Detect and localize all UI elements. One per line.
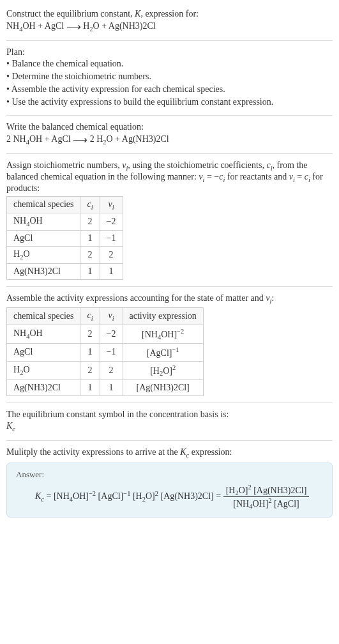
plan-item-text: Use the activity expressions to build th… — [11, 97, 273, 107]
prompt-text: Construct the equilibrium constant, K, e… — [6, 9, 333, 19]
col-activity: activity expression — [123, 307, 203, 325]
table-row: Ag(NH3)2Cl 1 1 — [7, 263, 123, 279]
cell-species: AgCl — [7, 344, 80, 362]
table-row: NH4OH 2 −2 [NH4OH]−2 — [7, 325, 204, 343]
balanced-equation: 2 NH4OH + AgCl ⟶ 2 H2O + Ag(NH3)2Cl — [6, 132, 333, 147]
plan-item-text: Determine the stoichiometric numbers. — [11, 72, 151, 81]
plan-item: • Assemble the activity expression for e… — [6, 83, 333, 96]
divider — [6, 153, 333, 154]
stoich-table: chemical species ci νi NH4OH 2 −2 AgCl 1… — [6, 196, 123, 280]
cell-species: Ag(NH3)2Cl — [7, 263, 80, 279]
cell-vi: 1 — [100, 263, 123, 279]
stoich-section: Assign stoichiometric numbers, νi, using… — [6, 157, 333, 284]
activity-section: Assemble the activity expressions accoun… — [6, 289, 333, 400]
balanced-section: Write the balanced chemical equation: 2 … — [6, 118, 333, 151]
activity-text: Assemble the activity expressions accoun… — [6, 293, 333, 305]
kc-symbol-section: The equilibrium constant symbol in the c… — [6, 406, 333, 438]
unbalanced-equation: NH4OH + AgCl ⟶ H2O + Ag(NH3)2Cl — [6, 19, 333, 34]
divider — [6, 402, 333, 403]
cell-ci: 2 — [80, 361, 100, 379]
col-ci: ci — [80, 196, 100, 213]
cell-activity: [Ag(NH3)2Cl] — [123, 380, 203, 396]
cell-species: NH4OH — [7, 325, 80, 343]
cell-vi: −1 — [100, 231, 123, 247]
cell-ci: 1 — [80, 263, 100, 279]
table-row: AgCl 1 −1 [AgCl]−1 — [7, 344, 204, 362]
plan-item: • Balance the chemical equation. — [6, 57, 333, 70]
table-row: H2O 2 2 [H2O]2 — [7, 361, 204, 379]
cell-vi: 2 — [100, 247, 123, 264]
col-vi: νi — [100, 307, 123, 325]
divider — [6, 440, 333, 441]
cell-activity: [H2O]2 — [123, 361, 203, 379]
fraction-denominator: [NH4OH]2 [AgCl] — [223, 497, 310, 510]
col-species: chemical species — [7, 196, 80, 213]
answer-fraction: [H2O]2 [Ag(NH3)2Cl] [NH4OH]2 [AgCl] — [223, 484, 310, 510]
kc-symbol: Kc — [6, 420, 333, 434]
cell-ci: 2 — [80, 325, 100, 343]
cell-vi: −2 — [100, 325, 123, 343]
col-species: chemical species — [7, 307, 80, 325]
table-row: Ag(NH3)2Cl 1 1 [Ag(NH3)2Cl] — [7, 380, 204, 396]
table-row: H2O 2 2 — [7, 247, 123, 264]
answer-label: Answer: — [16, 470, 323, 480]
kc-symbol-text: The equilibrium constant symbol in the c… — [6, 410, 333, 420]
cell-activity: [NH4OH]−2 — [123, 325, 203, 343]
cell-ci: 2 — [80, 213, 100, 231]
cell-activity: [AgCl]−1 — [123, 344, 203, 362]
cell-vi: −2 — [100, 213, 123, 231]
balanced-heading: Write the balanced chemical equation: — [6, 122, 333, 132]
table-header-row: chemical species ci νi — [7, 196, 123, 213]
cell-ci: 1 — [80, 231, 100, 247]
prompt-section: Construct the equilibrium constant, K, e… — [6, 5, 333, 38]
plan-item: • Determine the stoichiometric numbers. — [6, 70, 333, 83]
cell-ci: 1 — [80, 380, 100, 396]
plan-section: Plan: • Balance the chemical equation. •… — [6, 43, 333, 112]
cell-vi: 2 — [100, 361, 123, 379]
stoich-text: Assign stoichiometric numbers, νi, using… — [6, 160, 333, 194]
fraction-numerator: [H2O]2 [Ag(NH3)2Cl] — [223, 484, 310, 497]
cell-species: H2O — [7, 247, 80, 264]
plan-item-text: Balance the chemical equation. — [11, 59, 123, 68]
multiply-text: Mulitply the activity expressions to arr… — [6, 447, 333, 459]
divider — [6, 40, 333, 41]
multiply-section: Mulitply the activity expressions to arr… — [6, 443, 333, 521]
divider — [6, 286, 333, 287]
table-row: AgCl 1 −1 — [7, 231, 123, 247]
cell-species: AgCl — [7, 231, 80, 247]
cell-species: H2O — [7, 361, 80, 379]
cell-vi: −1 — [100, 344, 123, 362]
cell-species: Ag(NH3)2Cl — [7, 380, 80, 396]
table-row: NH4OH 2 −2 — [7, 213, 123, 231]
plan-item: • Use the activity expressions to build … — [6, 96, 333, 109]
table-header-row: chemical species ci νi activity expressi… — [7, 307, 204, 325]
activity-table: chemical species ci νi activity expressi… — [6, 307, 204, 396]
divider — [6, 115, 333, 116]
plan-heading: Plan: — [6, 47, 333, 57]
col-ci: ci — [80, 307, 100, 325]
cell-ci: 1 — [80, 344, 100, 362]
answer-equation: Kc = [NH4OH]−2 [AgCl]−1 [H2O]2 [Ag(NH3)2… — [16, 484, 323, 510]
answer-box: Answer: Kc = [NH4OH]−2 [AgCl]−1 [H2O]2 [… — [6, 463, 333, 518]
cell-vi: 1 — [100, 380, 123, 396]
cell-ci: 2 — [80, 247, 100, 264]
cell-species: NH4OH — [7, 213, 80, 231]
plan-item-text: Assemble the activity expression for eac… — [11, 84, 225, 94]
col-vi: νi — [100, 196, 123, 213]
